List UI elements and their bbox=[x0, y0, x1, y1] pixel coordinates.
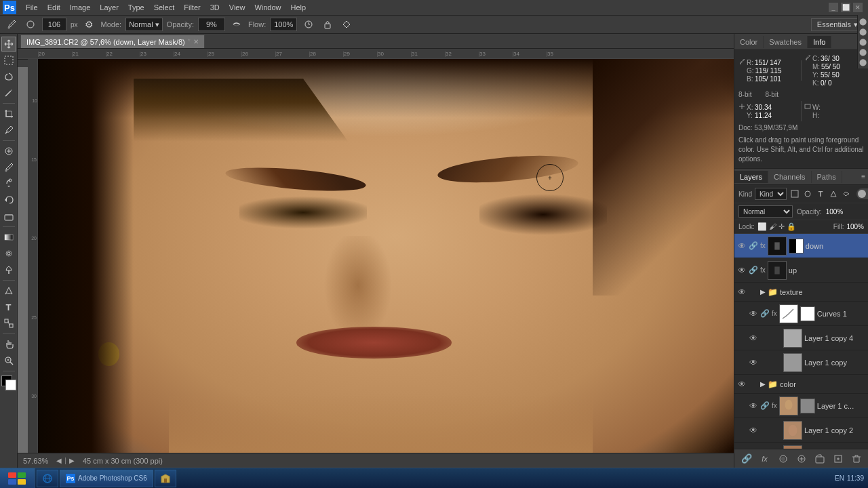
color-swatches[interactable] bbox=[1, 375, 16, 390]
layer-link-down[interactable]: 🔗 bbox=[749, 241, 758, 250]
dodge-tool[interactable] bbox=[1, 262, 16, 277]
tab-swatches[interactable]: Swatches bbox=[764, 36, 808, 48]
airbrush-icon[interactable] bbox=[229, 17, 244, 32]
group-arrow-color[interactable]: ▶ bbox=[760, 380, 766, 388]
layer-visibility-texture[interactable]: 👁 bbox=[737, 287, 747, 297]
flow-input[interactable] bbox=[270, 18, 297, 31]
layer-item-layer1c[interactable]: 👁 🔗 fx Layer 1 c... bbox=[734, 394, 868, 418]
wand-tool[interactable] bbox=[1, 85, 16, 100]
layer-link-l1cx[interactable]: 🔗 bbox=[760, 401, 770, 410]
filter-smart-icon[interactable] bbox=[841, 188, 852, 199]
photo-image[interactable] bbox=[28, 59, 734, 453]
alpha-lock-icon[interactable] bbox=[320, 17, 335, 32]
group-arrow-texture[interactable]: ▶ bbox=[760, 288, 766, 296]
lasso-tool[interactable] bbox=[1, 69, 16, 84]
opacity-input[interactable] bbox=[198, 18, 225, 31]
layer-item-texture[interactable]: 👁 ▶ 📁 texture bbox=[734, 283, 868, 302]
minimize-btn[interactable]: _ bbox=[829, 3, 838, 12]
layer-visibility-curves1[interactable]: 👁 bbox=[749, 309, 758, 319]
restore-btn[interactable]: ⬜ bbox=[841, 3, 850, 12]
menu-image[interactable]: Image bbox=[66, 2, 95, 13]
active-tab[interactable]: IMG_3891.CR2 @ 57,6% (down, Layer Mask/8… bbox=[20, 35, 205, 48]
selection-tool[interactable] bbox=[1, 53, 16, 68]
layer-delete-btn[interactable] bbox=[850, 452, 863, 466]
layer-visibility-l1c[interactable]: 👁 bbox=[749, 358, 758, 367]
layer-mask-btn[interactable] bbox=[776, 452, 790, 466]
win-start-button[interactable] bbox=[0, 468, 35, 489]
status-arrow-left[interactable]: ◀ bbox=[56, 457, 62, 464]
layer-link-curves1[interactable]: 🔗 bbox=[760, 309, 770, 318]
brush-settings-icon[interactable]: ⚙ bbox=[82, 17, 97, 32]
clone-tool[interactable] bbox=[1, 176, 16, 191]
taskbar-btn-ie[interactable] bbox=[37, 470, 58, 487]
crop-tool[interactable] bbox=[1, 106, 16, 121]
layer-item-up[interactable]: 👁 🔗 fx up bbox=[734, 258, 868, 283]
brush-tool-icon[interactable] bbox=[4, 17, 19, 32]
tab-layers[interactable]: Layers bbox=[734, 171, 768, 183]
layer-visibility-l1c2[interactable]: 👁 bbox=[749, 426, 758, 435]
layer-item-layer1copy[interactable]: 👁 Layer 1 copy bbox=[734, 350, 868, 375]
layer-item-curves1[interactable]: 👁 🔗 fx Curves 1 bbox=[734, 302, 868, 326]
healing-tool[interactable] bbox=[1, 144, 16, 159]
kind-select[interactable]: Kind bbox=[755, 188, 787, 200]
menu-window[interactable]: Window bbox=[250, 2, 285, 13]
sample-ring-icon[interactable] bbox=[339, 17, 354, 32]
tab-color[interactable]: Color bbox=[734, 36, 764, 48]
status-play[interactable]: ▶ bbox=[69, 457, 75, 464]
opacity-value-layers[interactable]: 100% bbox=[826, 208, 844, 216]
close-btn[interactable]: ✕ bbox=[853, 3, 863, 12]
layer-fx-down[interactable]: fx bbox=[760, 242, 766, 249]
zoom-tool[interactable] bbox=[1, 353, 16, 368]
gradient-tool[interactable] bbox=[1, 230, 16, 245]
photo-canvas[interactable]: 10 15 20 25 30 bbox=[28, 59, 734, 453]
filter-pixel-icon[interactable] bbox=[789, 188, 800, 199]
eyedropper-tool[interactable] bbox=[1, 123, 16, 138]
tab-channels[interactable]: Channels bbox=[768, 171, 811, 183]
menu-type[interactable]: Type bbox=[124, 2, 149, 13]
taskbar-btn-photoshop[interactable]: Ps Adobe Photoshop CS6 bbox=[60, 470, 153, 487]
lock-image-icon[interactable]: 🖌 bbox=[769, 222, 776, 231]
essentials-dropdown[interactable]: Essentials ▾ bbox=[811, 18, 864, 31]
collapse-btn-2[interactable]: ⬤ bbox=[858, 34, 868, 35]
layer-item-down[interactable]: 👁 🔗 fx down bbox=[734, 234, 868, 258]
brush-tool[interactable] bbox=[1, 160, 16, 175]
layer-link-btn[interactable]: 🔗 bbox=[740, 452, 753, 466]
path-tool[interactable] bbox=[1, 316, 16, 331]
flow-icon[interactable] bbox=[301, 17, 316, 32]
filter-adjustment-icon[interactable] bbox=[802, 188, 813, 199]
layer-item-color[interactable]: 👁 ▶ 📁 color bbox=[734, 375, 868, 394]
taskbar-btn-explorer[interactable] bbox=[155, 470, 176, 487]
hand-tool[interactable] bbox=[1, 337, 16, 352]
history-brush-tool[interactable] bbox=[1, 192, 16, 207]
layers-panel-menu-btn[interactable]: ≡ bbox=[859, 170, 868, 183]
layer-fx-btn[interactable]: fx bbox=[758, 452, 772, 466]
layer-visibility-color[interactable]: 👁 bbox=[737, 380, 747, 389]
menu-filter[interactable]: Filter bbox=[180, 2, 204, 13]
layer-fx-l1cx[interactable]: fx bbox=[772, 402, 777, 409]
layer-item-layer1[interactable]: 👁 Layer 1 bbox=[734, 443, 868, 449]
fill-value[interactable]: 100% bbox=[846, 223, 864, 230]
tab-close-btn[interactable]: ✕ bbox=[193, 38, 199, 45]
brush-size-input[interactable]: 106 bbox=[42, 18, 66, 31]
menu-select[interactable]: Select bbox=[150, 2, 179, 13]
layer-adj-btn[interactable] bbox=[795, 452, 808, 466]
lock-transparency-icon[interactable]: ⬜ bbox=[757, 222, 767, 231]
layer-item-layer1copy4[interactable]: 👁 Layer 1 copy 4 bbox=[734, 326, 868, 350]
layer-fx-curves1[interactable]: fx bbox=[772, 310, 777, 317]
layer-fx-up[interactable]: fx bbox=[760, 266, 766, 274]
tab-paths[interactable]: Paths bbox=[812, 171, 842, 183]
collapse-btn-5[interactable]: ⬤ bbox=[858, 58, 868, 66]
tab-info[interactable]: Info bbox=[808, 36, 831, 48]
menu-help[interactable]: Help bbox=[287, 2, 311, 13]
collapse-btn-3[interactable]: ⬤ bbox=[858, 38, 868, 45]
layer-link-up[interactable]: 🔗 bbox=[749, 266, 758, 274]
filter-toggle[interactable] bbox=[856, 188, 868, 199]
filter-shape-icon[interactable] bbox=[828, 188, 839, 199]
filter-type-icon[interactable]: T bbox=[815, 188, 826, 199]
layer-visibility-l1cx[interactable]: 👁 bbox=[749, 401, 758, 411]
menu-view[interactable]: View bbox=[225, 2, 250, 13]
layer-visibility-l1c4[interactable]: 👁 bbox=[749, 333, 758, 343]
collapse-btn-4[interactable]: ⬤ bbox=[858, 48, 868, 56]
layer-visibility-up[interactable]: 👁 bbox=[737, 266, 747, 275]
blur-tool[interactable] bbox=[1, 246, 16, 261]
